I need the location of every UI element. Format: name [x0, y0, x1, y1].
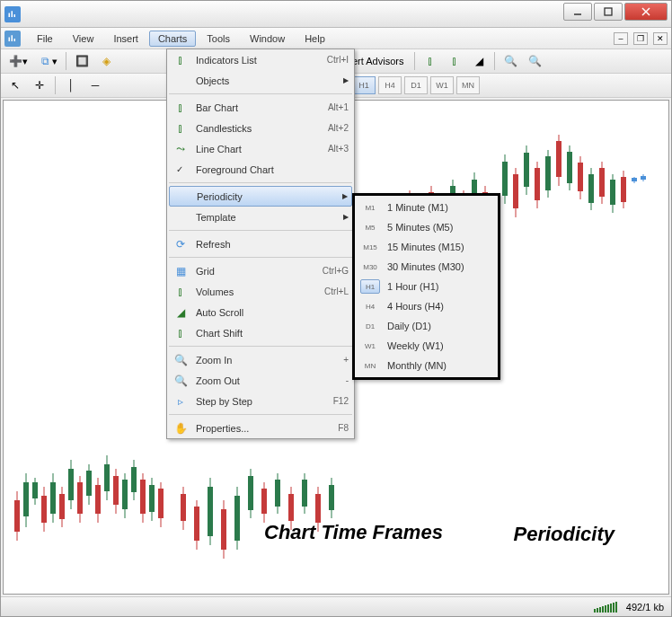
svg-rect-2: [14, 14, 16, 17]
svg-rect-63: [302, 480, 307, 507]
new-chart-button[interactable]: ➕▾: [4, 51, 31, 71]
menu-insert[interactable]: Insert: [104, 31, 147, 47]
zoom-in-button[interactable]: 🔍: [500, 51, 521, 71]
step-icon: ▹: [172, 393, 189, 410]
tf-h4[interactable]: H4: [378, 76, 402, 94]
step-label: Step by Step: [196, 396, 333, 407]
menu-zoom-out[interactable]: 🔍 Zoom Out -: [167, 370, 354, 391]
maximize-button[interactable]: [594, 3, 623, 21]
menu-line-chart[interactable]: ⤳ Line Chart Alt+3: [167, 138, 354, 159]
objects-label: Objects: [196, 75, 340, 86]
period-w1[interactable]: W1Weekly (W1): [355, 336, 498, 356]
menu-auto-scroll[interactable]: ◢ Auto Scroll: [167, 302, 354, 322]
menu-periodicity[interactable]: Periodicity ▶: [169, 186, 352, 207]
mdichild-controls: – ❐ ✕: [614, 32, 668, 45]
mn-icon: MN: [360, 358, 380, 373]
indicators-shortcut: Ctrl+I: [327, 55, 349, 65]
annotation-chart-time-frames: Chart Time Frames: [264, 521, 443, 544]
h4-label: 4 Hours (H4): [387, 301, 444, 312]
menu-bar-chart[interactable]: ⫿ Bar Chart Alt+1: [167, 97, 354, 118]
periods-button[interactable]: ⫿: [444, 51, 465, 71]
menu-charts[interactable]: Charts: [149, 31, 196, 47]
mdi-close[interactable]: ✕: [653, 32, 668, 45]
vline-button[interactable]: │: [60, 75, 82, 95]
grid-shortcut: Ctrl+G: [323, 266, 349, 276]
menu-objects[interactable]: Objects ▶: [167, 70, 354, 91]
menu-indicators-list[interactable]: ⫿ Indicators List Ctrl+I: [167, 49, 354, 70]
svg-rect-4: [605, 8, 612, 15]
svg-rect-97: [556, 141, 561, 177]
d1-icon: D1: [360, 319, 380, 333]
m15-label: 15 Minutes (M15): [387, 242, 464, 252]
tf-mn[interactable]: MN: [456, 76, 480, 94]
templates-button[interactable]: ◢: [468, 51, 490, 71]
mn-label: Monthly (MN): [387, 360, 447, 371]
menu-grid[interactable]: ▦ Grid Ctrl+G: [167, 260, 354, 281]
submenu-arrow-icon: ▶: [343, 76, 349, 84]
line-chart-label: Line Chart: [196, 144, 328, 154]
svg-rect-13: [23, 482, 29, 516]
w1-icon: W1: [360, 339, 380, 353]
menu-chart-shift[interactable]: ⫿ Chart Shift: [167, 322, 354, 343]
period-h1[interactable]: H11 Hour (H1): [355, 277, 498, 296]
svg-rect-55: [248, 476, 253, 510]
minimize-button[interactable]: [563, 3, 592, 21]
zoom-out-button[interactable]: 🔍: [524, 51, 545, 71]
menu-zoom-in[interactable]: 🔍 Zoom In +: [167, 349, 354, 370]
menu-file[interactable]: File: [28, 31, 62, 47]
zoom-out-icon: 🔍: [172, 373, 189, 389]
charts-dropdown: ⫿ Indicators List Ctrl+I Objects ▶ ⫿ Bar…: [166, 48, 355, 439]
profiles-button[interactable]: ⧉▾: [34, 51, 61, 71]
svg-rect-59: [275, 480, 280, 507]
volumes-shortcut: Ctrl+L: [324, 286, 349, 296]
svg-rect-45: [181, 494, 186, 521]
navigator-button[interactable]: ◈: [95, 51, 117, 71]
period-h4[interactable]: H44 Hours (H4): [355, 296, 498, 316]
menu-step-by-step[interactable]: ▹ Step by Step F12: [167, 391, 354, 411]
svg-rect-37: [131, 467, 137, 492]
period-mn[interactable]: MNMonthly (MN): [355, 356, 498, 375]
menu-foreground[interactable]: Foreground Chart: [167, 159, 354, 180]
menu-refresh[interactable]: ⟳ Refresh: [167, 234, 354, 254]
m30-icon: M30: [360, 260, 380, 274]
menu-candlesticks[interactable]: ⫿ Candlesticks Alt+2: [167, 118, 354, 138]
properties-icon: ✋: [172, 420, 189, 436]
period-m15[interactable]: M1515 Minutes (M15): [355, 237, 498, 257]
template-label: Template: [196, 212, 340, 223]
tf-w1[interactable]: W1: [430, 76, 454, 94]
period-m30[interactable]: M3030 Minutes (M30): [355, 257, 498, 277]
refresh-icon: ⟳: [172, 236, 189, 252]
zoom-out-label: Zoom Out: [196, 375, 346, 386]
svg-rect-93: [535, 168, 540, 200]
hline-button[interactable]: ─: [84, 75, 106, 95]
mdi-restore[interactable]: ❐: [633, 32, 648, 45]
menu-template[interactable]: Template ▶: [167, 207, 354, 227]
close-button[interactable]: [624, 3, 668, 21]
menu-view[interactable]: View: [64, 31, 103, 47]
period-d1[interactable]: D1Daily (D1): [355, 316, 498, 336]
mdi-minimize[interactable]: –: [614, 32, 628, 45]
tf-h1[interactable]: H1: [352, 76, 376, 94]
menu-properties[interactable]: ✋ Properties... F8: [167, 418, 354, 438]
svg-rect-95: [545, 156, 551, 190]
indicators-button[interactable]: ⫿: [420, 51, 441, 71]
chart-shift-label: Chart Shift: [196, 328, 349, 339]
menu-tools[interactable]: Tools: [198, 31, 239, 47]
svg-rect-65: [315, 494, 321, 523]
menu-help[interactable]: Help: [296, 31, 334, 47]
bar-chart-icon: ⫿: [172, 100, 189, 116]
svg-rect-9: [14, 39, 16, 41]
period-m5[interactable]: M55 Minutes (M5): [355, 217, 498, 237]
menu-volumes[interactable]: ⫿ Volumes Ctrl+L: [167, 281, 354, 302]
tf-d1[interactable]: D1: [404, 76, 428, 94]
svg-rect-99: [567, 152, 572, 183]
svg-rect-17: [41, 496, 47, 523]
menu-window[interactable]: Window: [241, 31, 294, 47]
market-watch-button[interactable]: 🔲: [71, 51, 93, 71]
svg-rect-19: [50, 482, 56, 514]
window-controls: [563, 3, 668, 21]
crosshair-button[interactable]: ✛: [29, 75, 50, 95]
svg-rect-39: [140, 480, 146, 514]
cursor-button[interactable]: ↖: [4, 75, 26, 95]
period-m1[interactable]: M11 Minute (M1): [355, 198, 498, 217]
